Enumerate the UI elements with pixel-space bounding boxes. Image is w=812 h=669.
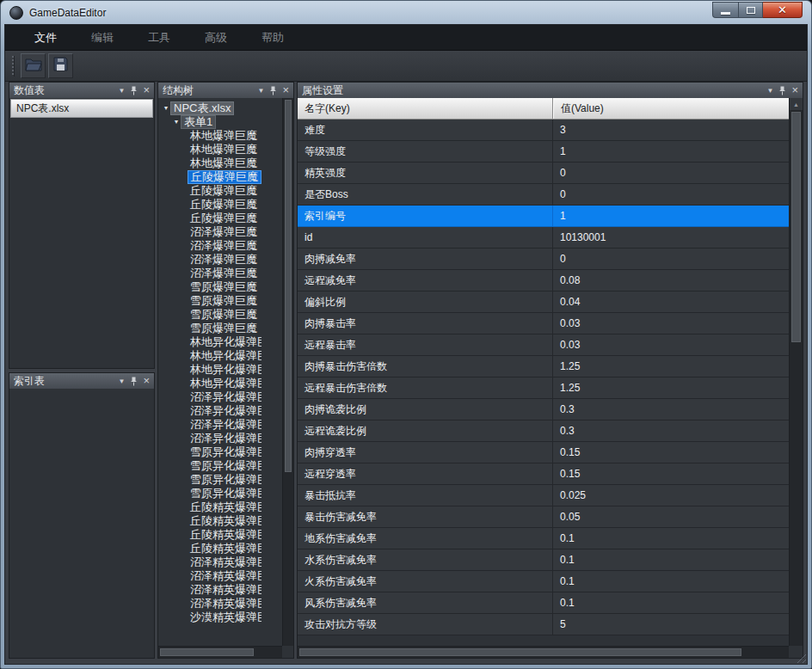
chevron-down-icon[interactable]: ▼: [766, 87, 773, 95]
scrollbar-thumb[interactable]: [791, 112, 801, 342]
property-value[interactable]: 0.15: [553, 463, 789, 484]
save-button[interactable]: [48, 53, 73, 78]
property-value[interactable]: 1: [553, 206, 789, 226]
property-value[interactable]: 0.025: [553, 485, 789, 506]
tree-item[interactable]: 沼泽精英爆弹巨: [158, 597, 282, 611]
property-row[interactable]: 等级强度1: [298, 141, 789, 163]
property-row[interactable]: 偏斜比例0.04: [298, 292, 789, 313]
scrollbar-thumb[interactable]: [285, 100, 292, 472]
property-value[interactable]: 3: [553, 120, 789, 140]
close-button[interactable]: ✕: [763, 2, 803, 18]
property-row[interactable]: 难度3: [298, 120, 789, 141]
pin-icon[interactable]: [778, 86, 786, 95]
tree-item[interactable]: 丘陵精英爆弹巨: [158, 542, 282, 555]
property-row[interactable]: 火系伤害减免率0.1: [298, 571, 789, 592]
maximize-button[interactable]: [738, 2, 763, 18]
chevron-down-icon[interactable]: ▼: [118, 377, 125, 385]
tree-item[interactable]: 雪原爆弹巨魔: [158, 294, 282, 308]
property-row[interactable]: id10130001: [298, 227, 789, 249]
tree-item[interactable]: 沼泽精英爆弹巨: [158, 569, 282, 583]
tree-item[interactable]: 雪原爆弹巨魔: [158, 322, 282, 335]
horizontal-scrollbar[interactable]: [298, 646, 789, 658]
tree-item[interactable]: 雪原异化爆弹巨: [158, 473, 282, 487]
pin-icon[interactable]: [130, 86, 138, 95]
property-row[interactable]: 水系伤害减免率0.1: [298, 549, 789, 571]
tree-item[interactable]: 林地异化爆弹巨: [158, 363, 282, 377]
tree-item[interactable]: 雪原异化爆弹巨: [158, 487, 282, 500]
menu-advanced[interactable]: 高级: [188, 25, 244, 51]
tree-item[interactable]: 丘陵爆弹巨魔: [158, 170, 282, 184]
property-row[interactable]: 攻击对抗方等级5: [298, 614, 789, 635]
tree-item[interactable]: 丘陵爆弹巨魔: [158, 198, 282, 212]
tree-item[interactable]: 沼泽精英爆弹巨: [158, 583, 282, 597]
titlebar[interactable]: GameDataEditor: [1, 1, 811, 24]
property-value[interactable]: 1.25: [553, 356, 789, 377]
tree-item[interactable]: 雪原异化爆弹巨: [158, 459, 282, 473]
property-row[interactable]: 暴击伤害减免率0.05: [298, 506, 789, 528]
chevron-down-icon[interactable]: ▼: [118, 87, 125, 95]
property-row[interactable]: 是否Boss0: [298, 184, 789, 206]
tree-item[interactable]: 沼泽异化爆弹巨: [158, 418, 282, 432]
property-value[interactable]: 5: [553, 614, 789, 635]
tree-item[interactable]: 林地异化爆弹巨: [158, 349, 282, 363]
property-row[interactable]: 远程暴击伤害倍数1.25: [298, 377, 789, 399]
expand-arrow-icon[interactable]: ▼: [172, 115, 181, 129]
tree-root[interactable]: ▼ NPC表.xlsx: [158, 101, 282, 115]
tree-item[interactable]: 雪原爆弹巨魔: [158, 308, 282, 322]
tree-item[interactable]: 林地异化爆弹巨: [158, 377, 282, 390]
property-value[interactable]: 1.25: [553, 377, 789, 398]
property-value[interactable]: 0.1: [553, 592, 789, 613]
property-row[interactable]: 远程减免率0.08: [298, 270, 789, 292]
property-row[interactable]: 风系伤害减免率0.1: [298, 592, 789, 614]
scrollbar-thumb[interactable]: [299, 648, 741, 656]
property-value[interactable]: 0.03: [553, 313, 789, 334]
close-panel-icon[interactable]: ×: [282, 86, 289, 95]
close-panel-icon[interactable]: ×: [143, 86, 150, 95]
property-value[interactable]: 0: [553, 184, 789, 205]
property-row[interactable]: 肉搏暴击伤害倍数1.25: [298, 356, 789, 377]
property-value[interactable]: 0.3: [553, 399, 789, 420]
tree-item[interactable]: 雪原爆弹巨魔: [158, 280, 282, 294]
pin-icon[interactable]: [269, 86, 277, 95]
property-value[interactable]: 0: [553, 249, 789, 269]
property-value[interactable]: 10130001: [553, 227, 789, 248]
tree-item[interactable]: 丘陵爆弹巨魔: [158, 212, 282, 225]
column-header-value[interactable]: 值(Value): [553, 98, 789, 119]
property-value[interactable]: 0.05: [553, 506, 789, 527]
property-value[interactable]: 0.1: [553, 571, 789, 592]
chevron-down-icon[interactable]: ▼: [257, 87, 264, 95]
tree-item[interactable]: 林地爆弹巨魔: [158, 143, 282, 157]
open-file-button[interactable]: [21, 53, 46, 78]
tree-item[interactable]: 沼泽精英爆弹巨: [158, 555, 282, 569]
menu-edit[interactable]: 编辑: [74, 25, 131, 51]
close-panel-icon[interactable]: ×: [143, 377, 150, 385]
tree-sheet[interactable]: ▼ 表单1: [158, 115, 282, 129]
property-row[interactable]: 精英强度0: [298, 163, 789, 184]
minimize-button[interactable]: [712, 2, 738, 18]
menu-tools[interactable]: 工具: [131, 25, 188, 51]
property-value[interactable]: 0.1: [553, 528, 789, 549]
tree-item[interactable]: 林地爆弹巨魔: [158, 157, 282, 170]
file-list-item[interactable]: NPC表.xlsx: [10, 99, 153, 118]
tree-item[interactable]: 丘陵精英爆弹巨: [158, 528, 282, 542]
tree-item[interactable]: 沼泽异化爆弹巨: [158, 404, 282, 418]
property-row[interactable]: 肉搏暴击率0.03: [298, 313, 789, 334]
property-value[interactable]: 0.04: [553, 292, 789, 312]
menu-file[interactable]: 文件: [17, 25, 74, 51]
tree-item[interactable]: 沼泽爆弹巨魔: [158, 253, 282, 267]
property-row[interactable]: 肉搏诡袭比例0.3: [298, 399, 789, 420]
property-value[interactable]: 0.03: [553, 334, 789, 355]
tree-item[interactable]: 林地异化爆弹巨: [158, 335, 282, 349]
property-value[interactable]: 0.15: [553, 442, 789, 463]
property-row[interactable]: 远程穿透率0.15: [298, 463, 789, 485]
tree-item[interactable]: 沼泽异化爆弹巨: [158, 432, 282, 445]
column-header-key[interactable]: 名字(Key): [298, 98, 553, 119]
tree-item[interactable]: 沼泽爆弹巨魔: [158, 225, 282, 239]
menu-help[interactable]: 帮助: [244, 25, 301, 51]
property-value[interactable]: 0.3: [553, 420, 789, 441]
tree-item[interactable]: 沙漠精英爆弹巨: [158, 611, 282, 624]
tree-item[interactable]: 丘陵爆弹巨魔: [158, 184, 282, 198]
tree-item[interactable]: 丘陵精英爆弹巨: [158, 500, 282, 514]
toolbar-grip[interactable]: [12, 56, 15, 77]
property-value[interactable]: 0.1: [553, 549, 789, 570]
